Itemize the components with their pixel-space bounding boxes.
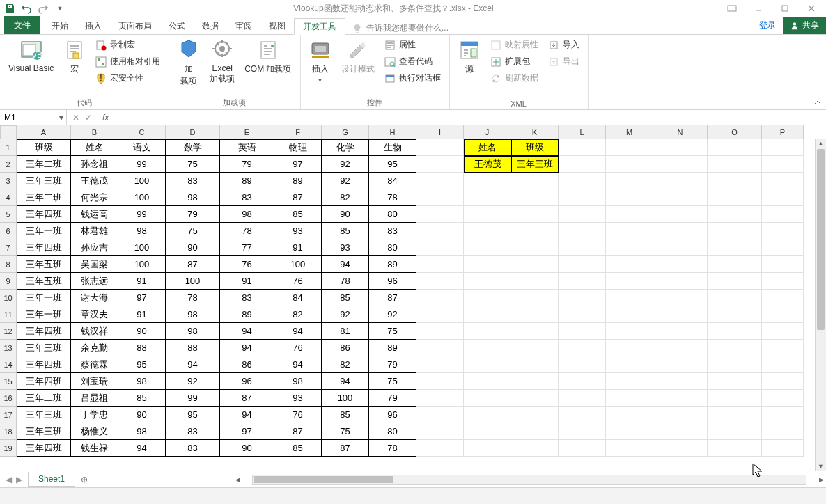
cell[interactable]: 姓名 [71,139,118,156]
cell[interactable]: 75 [166,223,220,239]
cell[interactable] [606,306,653,323]
cell[interactable] [653,423,708,440]
select-all-corner[interactable] [0,125,17,139]
cell[interactable] [653,223,708,239]
cell[interactable] [559,407,606,423]
cell[interactable] [416,223,464,239]
cell[interactable]: 96 [220,373,274,390]
cell[interactable] [464,223,511,239]
cell[interactable] [606,440,653,457]
cell[interactable]: 98 [166,189,220,206]
cell[interactable]: 林君雄 [71,223,118,239]
com-addins-button[interactable]: COM 加载项 [242,38,294,77]
column-header[interactable]: O [708,125,762,139]
horizontal-scrollbar[interactable] [252,475,806,485]
cell[interactable]: 87 [166,256,220,273]
cell[interactable]: 95 [118,356,166,373]
cell[interactable] [511,189,559,206]
cell[interactable] [606,273,653,290]
cell[interactable] [606,173,653,189]
cell[interactable]: 三年四班 [17,323,71,340]
cell[interactable]: 80 [369,206,416,223]
column-header[interactable]: G [322,125,369,139]
cell[interactable]: 93 [322,239,369,256]
cell[interactable] [708,206,762,223]
cell[interactable] [708,356,762,373]
cell[interactable] [416,356,464,373]
cell[interactable] [708,407,762,423]
login-link[interactable]: 登录 [752,17,783,34]
row-header[interactable]: 12 [0,323,17,340]
cell[interactable]: 82 [322,356,369,373]
cell[interactable]: 85 [118,390,166,407]
cell[interactable]: 83 [166,423,220,440]
cell[interactable]: 物理 [274,139,322,156]
vertical-scrollbar[interactable]: ▲ ▼ [815,139,826,471]
cell[interactable] [416,390,464,407]
cell[interactable]: 92 [322,306,369,323]
cell[interactable] [762,173,804,189]
cell[interactable]: 86 [220,356,274,373]
row-header[interactable]: 2 [0,156,17,173]
cell[interactable] [762,290,804,306]
cell[interactable] [708,189,762,206]
save-icon[interactable] [4,3,15,14]
qat-dropdown-icon[interactable]: ▼ [54,3,65,14]
cell[interactable] [762,440,804,457]
cell[interactable] [416,256,464,273]
cell[interactable] [464,356,511,373]
cell[interactable]: 100 [118,173,166,189]
cell[interactable]: 班级 [17,139,71,156]
cell[interactable] [559,356,606,373]
row-header[interactable]: 18 [0,423,17,440]
cell[interactable]: 75 [166,156,220,173]
column-header[interactable]: B [71,125,118,139]
cell[interactable] [416,206,464,223]
cell[interactable]: 89 [369,256,416,273]
cell[interactable] [559,189,606,206]
cell[interactable] [559,239,606,256]
cell[interactable]: 78 [322,273,369,290]
cell[interactable] [762,306,804,323]
cell[interactable] [708,239,762,256]
cell[interactable] [464,423,511,440]
scrollbar-thumb[interactable] [817,149,825,330]
cell[interactable]: 三年三班 [17,423,71,440]
cell[interactable]: 98 [166,306,220,323]
cell[interactable]: 91 [118,273,166,290]
cell[interactable]: 章汉夫 [71,306,118,323]
namebox-dropdown-icon[interactable]: ▾ [59,113,63,123]
maximize-icon[interactable] [774,1,795,15]
cell[interactable] [708,373,762,390]
cell[interactable]: 三年五班 [17,273,71,290]
cell[interactable] [464,239,511,256]
cell[interactable]: 99 [118,206,166,223]
cell[interactable]: 87 [220,390,274,407]
cell[interactable] [653,440,708,457]
cell[interactable]: 78 [166,290,220,306]
cell[interactable]: 92 [166,373,220,390]
sheet-nav-next-icon[interactable]: ▶ [16,475,22,485]
cell[interactable]: 89 [274,173,322,189]
cell[interactable]: 94 [220,407,274,423]
cell[interactable]: 76 [274,407,322,423]
insert-control-button[interactable]: 插入 ▼ [306,38,334,85]
cell[interactable] [708,156,762,173]
cell[interactable] [511,306,559,323]
cell[interactable] [606,139,653,156]
cell[interactable] [559,440,606,457]
xml-import-button[interactable]: 导入 [545,38,582,52]
cell[interactable]: 78 [369,189,416,206]
redo-icon[interactable] [38,3,49,14]
cell[interactable]: 三年四班 [17,206,71,223]
cell[interactable]: 92 [322,173,369,189]
cell[interactable] [416,340,464,356]
cell[interactable] [416,156,464,173]
cell[interactable]: 钱汉祥 [71,323,118,340]
cell[interactable]: 88 [118,340,166,356]
cell[interactable] [653,340,708,356]
record-macro-button[interactable]: 录制宏 [93,38,163,52]
cell[interactable] [708,273,762,290]
cell[interactable] [708,323,762,340]
tab-data[interactable]: 数据 [194,17,227,34]
